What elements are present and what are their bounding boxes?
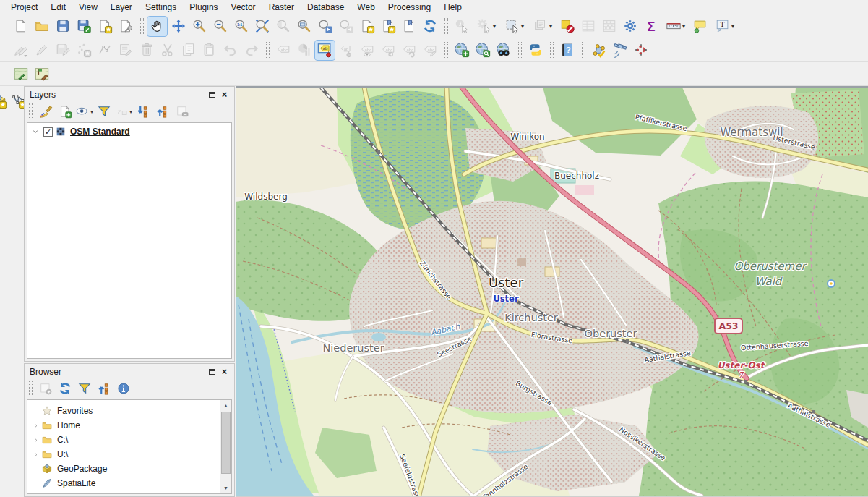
new-spatial-bookmark-button[interactable] [357, 17, 377, 36]
vertex-tool-button[interactable] [95, 41, 114, 60]
run-feature-action-button[interactable]: ▾ [473, 17, 499, 36]
browser-panel-float-button[interactable] [206, 366, 218, 378]
zoom-out-button[interactable] [210, 17, 230, 36]
manage-map-themes-dropdown-icon[interactable]: ▾ [90, 109, 93, 115]
refresh-browser-button[interactable] [56, 380, 74, 397]
browser-panel-close-button[interactable]: × [218, 366, 231, 378]
identify-features-button[interactable]: i [452, 17, 471, 36]
change-label-button[interactable]: abc [420, 41, 439, 60]
select-features-dropdown-icon[interactable]: ▾ [521, 23, 524, 30]
filter-legend-by-expression-dropdown-icon[interactable]: ▾ [129, 109, 132, 115]
toolbar-handle[interactable] [4, 18, 7, 34]
chevron-down-icon[interactable] [30, 127, 41, 136]
scroll-down-icon[interactable]: ▼ [220, 483, 231, 493]
filter-browser-button[interactable] [75, 380, 93, 397]
select-features-button[interactable]: ▾ [501, 17, 528, 36]
highlight-pinned-labels-button[interactable]: ab [336, 41, 356, 60]
pan-map-to-selection-button[interactable] [168, 17, 188, 36]
osm-download-plugin-button[interactable] [11, 64, 30, 84]
add-group-button[interactable] [56, 103, 74, 120]
undo-button[interactable] [220, 41, 240, 60]
select-features-by-value-dropdown-icon[interactable]: ▾ [549, 23, 552, 30]
add-selected-layers-button[interactable] [36, 380, 54, 397]
menu-help[interactable]: Help [437, 1, 468, 14]
rotate-label-button[interactable]: abc [399, 41, 418, 60]
pan-map-button[interactable] [147, 17, 167, 36]
open-layer-styling-panel-button[interactable] [36, 103, 54, 120]
chevron-right-icon[interactable] [30, 451, 41, 459]
toolbar-handle[interactable] [29, 103, 33, 119]
open-project-button[interactable] [32, 17, 51, 36]
pin-unpin-labels-button[interactable]: ab [315, 41, 335, 60]
browser-item-u[interactable]: U:\ [27, 447, 231, 462]
topology-checker-button[interactable] [589, 41, 609, 60]
toolbar-handle[interactable] [518, 42, 522, 58]
add-feature-button[interactable] [74, 41, 93, 60]
layers-panel-float-button[interactable] [206, 89, 218, 101]
zoom-to-selection-button[interactable] [273, 17, 293, 36]
measure-dropdown-icon[interactable]: ▾ [682, 23, 685, 30]
toolbar-handle[interactable] [444, 42, 448, 58]
menu-vector[interactable]: Vector [225, 1, 262, 14]
collapse-all-button[interactable] [153, 103, 171, 120]
recenter-map-button[interactable] [631, 41, 650, 60]
browser-item-favorites[interactable]: Favorites [27, 404, 231, 418]
show-layout-manager-button[interactable] [116, 17, 135, 36]
measure-button[interactable]: ▾ [662, 17, 689, 36]
save-project-as-button[interactable] [74, 17, 93, 36]
menu-web[interactable]: Web [351, 1, 381, 14]
layers-panel-close-button[interactable]: × [218, 89, 231, 101]
scrollbar-thumb[interactable] [221, 412, 231, 474]
statistical-summary-button[interactable]: Σ [641, 17, 661, 36]
save-project-button[interactable] [53, 17, 72, 36]
save-layer-edits-button[interactable] [53, 41, 72, 60]
menu-processing[interactable]: Processing [382, 1, 437, 14]
layer-diagram-options-button[interactable] [294, 41, 314, 60]
filter-legend-button[interactable] [95, 103, 113, 120]
new-print-layout-button[interactable] [95, 17, 114, 36]
redo-button[interactable] [241, 41, 261, 60]
zoom-next-button[interactable] [336, 17, 356, 36]
filter-legend-by-expression-button[interactable]: ε▾ [114, 103, 132, 120]
current-edits-button[interactable] [11, 41, 30, 60]
open-attribute-table-button[interactable] [578, 17, 598, 36]
toggle-editing-button[interactable] [32, 41, 51, 60]
chevron-right-icon[interactable] [30, 436, 41, 444]
text-annotation-button[interactable]: T▾ [711, 17, 738, 36]
help-contents-button[interactable]: ? [557, 41, 577, 60]
menu-layer[interactable]: Layer [104, 1, 139, 14]
text-annotation-dropdown-icon[interactable]: ▾ [731, 23, 734, 30]
add-web-layer-button[interactable] [452, 41, 471, 60]
menu-edit[interactable]: Edit [44, 1, 72, 14]
browser-scrollbar[interactable]: ▲ ▼ [220, 400, 231, 493]
layer-row-osm-standard[interactable]: ✓ OSM Standard [27, 123, 231, 140]
collapse-all-button[interactable] [95, 380, 113, 397]
menu-view[interactable]: View [72, 1, 104, 14]
toolbar-handle[interactable] [550, 42, 554, 58]
chevron-right-icon[interactable] [30, 422, 41, 430]
layer-name[interactable]: OSM Standard [70, 127, 130, 137]
zoom-to-layer-button[interactable] [294, 17, 314, 36]
gps-information-button[interactable] [610, 41, 629, 60]
menu-plugins[interactable]: Plugins [183, 1, 224, 14]
browser-item-postgis[interactable]: PostGIS [27, 490, 231, 494]
deselect-features-from-all-layers-button[interactable] [557, 17, 577, 36]
toolbar-handle[interactable] [140, 18, 144, 34]
menu-settings[interactable]: Settings [139, 1, 183, 14]
copy-features-button[interactable] [179, 41, 198, 60]
toolbar-handle[interactable] [4, 42, 7, 58]
zoom-full-button[interactable] [252, 17, 272, 36]
move-label-button[interactable]: abc [378, 41, 398, 60]
toolbar-handle[interactable] [29, 381, 33, 396]
new-geopackage-layer-button[interactable] [0, 91, 9, 111]
show-spatial-bookmarks-button[interactable] [378, 17, 398, 36]
zoom-in-button[interactable] [189, 17, 209, 36]
layer-checkbox[interactable]: ✓ [43, 127, 53, 137]
menu-raster[interactable]: Raster [262, 1, 301, 14]
show-bookmark-manager-button[interactable] [399, 17, 418, 36]
scroll-up-icon[interactable]: ▲ [220, 400, 231, 411]
osm-edit-plugin-button[interactable] [32, 64, 51, 84]
map-tips-button[interactable] [690, 17, 710, 36]
show-hide-labels-button[interactable]: abc [357, 41, 377, 60]
manage-map-themes-button[interactable]: ▾ [75, 103, 93, 120]
